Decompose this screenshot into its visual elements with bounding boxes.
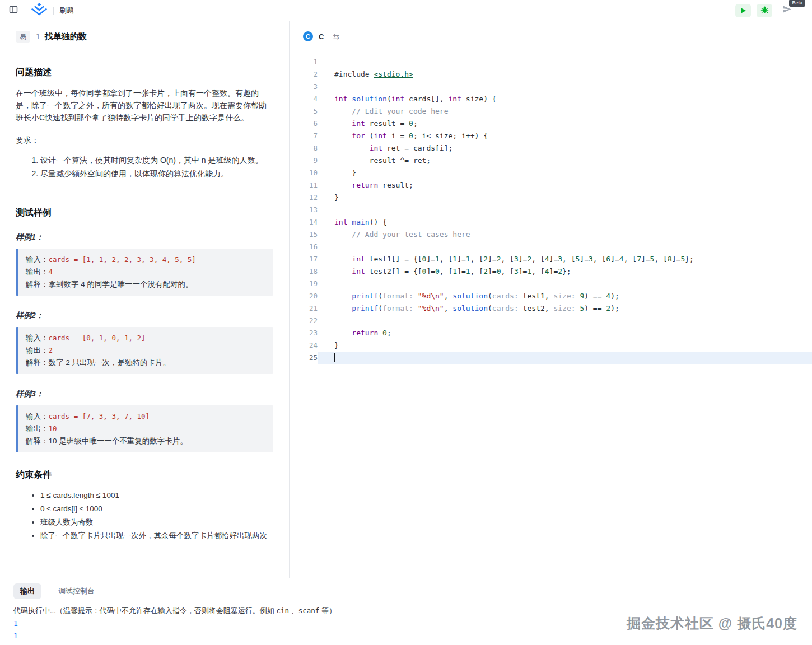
code-token: cards:: [492, 304, 523, 312]
code-token: test2[] = {[: [365, 267, 422, 275]
line-number: 16: [290, 241, 318, 253]
code-line[interactable]: 21 printf(format: "%d\n", solution(cards…: [290, 302, 812, 315]
difficulty-badge: 易: [16, 31, 30, 43]
main-split: 易 1 找单独的数 问题描述 在一个班级中，每位同学都拿到了一张卡片，上面有一个…: [0, 21, 812, 578]
code-token: solution: [352, 95, 387, 103]
code-token: [334, 144, 370, 152]
sidebar-toggle-button[interactable]: [8, 4, 19, 17]
code-token: i =: [387, 132, 409, 140]
code-token: test1,: [523, 292, 554, 300]
code-token: ]=: [426, 255, 435, 263]
code-line[interactable]: 20 printf(format: "%d\n", solution(cards…: [290, 290, 812, 302]
juejin-logo-icon[interactable]: [31, 3, 48, 18]
code-token: , [: [440, 255, 452, 263]
code-token: );: [610, 304, 619, 312]
code-token: 4: [619, 255, 624, 263]
code-line[interactable]: 22: [290, 315, 812, 327]
code-token: ]=: [426, 267, 435, 275]
code-token: () {: [370, 218, 387, 226]
code-token: // Edit your code here: [334, 107, 449, 115]
code-line[interactable]: 12}: [290, 191, 812, 204]
brand-title: 刷题: [59, 6, 74, 16]
code-line[interactable]: 3: [290, 81, 812, 93]
code-token: , [: [531, 267, 544, 275]
code-token: , [: [470, 255, 483, 263]
requirement-item: 设计一个算法，使其时间复杂度为 O(n)，其中 n 是班级的人数。: [40, 154, 273, 166]
code-token: , [: [593, 255, 606, 263]
code-token: 0: [409, 132, 413, 140]
line-number: 23: [290, 327, 318, 339]
code-token: // Add your test cases here: [334, 230, 470, 239]
code-token: 0: [409, 119, 413, 128]
run-button[interactable]: [735, 4, 751, 17]
code-line[interactable]: 6 int result = 0;: [290, 118, 812, 130]
console-message: 代码执行中...（温馨提示：代码中不允许存在输入指令，否则将会阻塞运行。例如 c…: [13, 605, 799, 616]
code-token: 4: [606, 292, 610, 300]
sample-label: 样例2：: [16, 309, 273, 321]
code-line[interactable]: 8 int ret = cards[i];: [290, 142, 812, 155]
code-editor[interactable]: 12#include <stdio.h>34int solution(int c…: [290, 52, 812, 578]
code-token: result ^= ret;: [334, 156, 431, 165]
code-line[interactable]: 2#include <stdio.h>: [290, 68, 812, 81]
code-line[interactable]: 13: [290, 204, 812, 216]
line-number: 20: [290, 290, 318, 302]
line-number: 25: [290, 352, 318, 364]
sample-output-label: 输出：: [26, 424, 49, 433]
code-token: int: [334, 95, 347, 103]
code-token: cin: [276, 606, 289, 615]
sample-box: 输入：cards = [1, 1, 2, 2, 3, 3, 4, 5, 5] 输…: [16, 249, 273, 296]
code-token: scanf: [298, 606, 320, 615]
code-token: 2: [483, 255, 488, 263]
code-line[interactable]: 24}: [290, 339, 812, 352]
code-token: int: [370, 144, 382, 152]
code-token: [334, 255, 352, 263]
code-line[interactable]: 11 return result;: [290, 179, 812, 191]
line-number: 9: [290, 155, 318, 167]
problem-title: 找单独的数: [45, 31, 87, 42]
requirements-list: 设计一个算法，使其时间复杂度为 O(n)，其中 n 是班级的人数。 尽量减少额外…: [16, 154, 273, 180]
code-token: ]=: [549, 255, 558, 263]
code-line[interactable]: 17 int test1[] = {[0]=1, [1]=1, [2]=2, […: [290, 253, 812, 265]
code-line[interactable]: 1: [290, 56, 812, 68]
code-token: printf: [352, 304, 378, 312]
code-line[interactable]: 25: [290, 352, 812, 364]
code-line[interactable]: 7 for (int i = 0; i< size; i++) {: [290, 130, 812, 142]
line-number: 18: [290, 265, 318, 278]
submit-button[interactable]: Beta: [782, 4, 792, 16]
code-token: ;: [413, 119, 418, 128]
line-number: 4: [290, 93, 318, 105]
sample-output-value: 2: [49, 346, 53, 354]
tab-debug-console[interactable]: 调试控制台: [52, 583, 101, 599]
sample-explain-text: 拿到数字 4 的同学是唯一一个没有配对的。: [49, 280, 193, 288]
code-token: , [: [654, 255, 667, 263]
code-token: solution: [452, 292, 488, 300]
code-line[interactable]: 18 int test2[] = {[0]=0, [1]=1, [2]=0, […: [290, 265, 812, 278]
code-line[interactable]: 14int main() {: [290, 216, 812, 228]
code-token: 3: [589, 255, 593, 263]
sample-input-label: 输入：: [26, 334, 49, 342]
code-line[interactable]: 16: [290, 241, 812, 253]
code-line[interactable]: 5 // Edit your code here: [290, 105, 812, 118]
code-line[interactable]: 19: [290, 278, 812, 290]
code-line[interactable]: 15 // Add your test cases here: [290, 228, 812, 241]
sample-label: 样例1：: [16, 231, 273, 243]
code-token: (: [488, 304, 492, 312]
code-token: return: [352, 329, 378, 337]
line-number: 11: [290, 179, 318, 191]
sample-explain-label: 解释：: [26, 280, 49, 288]
code-line[interactable]: 9 result ^= ret;: [290, 155, 812, 167]
tab-output[interactable]: 输出: [13, 583, 41, 599]
debug-button[interactable]: [757, 4, 772, 17]
code-token: ]=: [519, 255, 528, 263]
code-line[interactable]: 10 }: [290, 167, 812, 179]
code-line[interactable]: 4int solution(int cards[], int size) {: [290, 93, 812, 105]
code-token: 6: [606, 255, 610, 263]
code-token: ; i< size; i++) {: [413, 132, 488, 140]
code-token: };: [562, 267, 571, 275]
code-token: );: [610, 292, 619, 300]
line-number: 15: [290, 228, 318, 241]
code-line[interactable]: 23 return 0;: [290, 327, 812, 339]
description-text: 在一个班级中，每位同学都拿到了一张卡片，上面有一个整数。有趣的是，除了一个数字之…: [16, 87, 273, 124]
language-switch-icon[interactable]: ⇆: [333, 32, 339, 41]
language-label: C: [319, 32, 324, 41]
